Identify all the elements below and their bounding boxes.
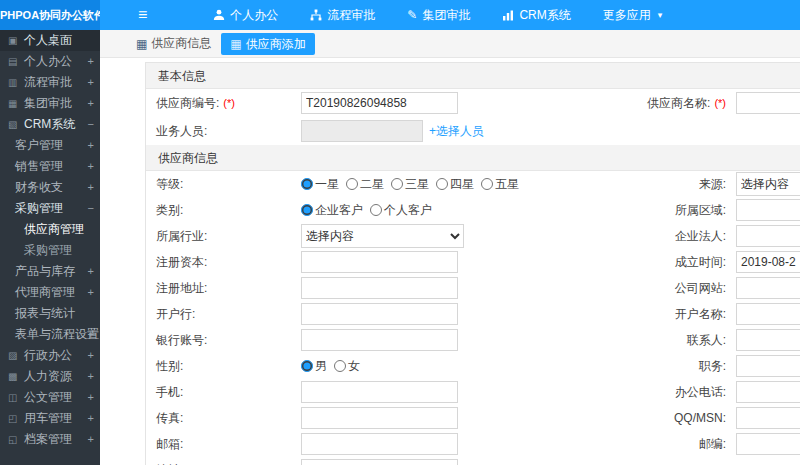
address-input[interactable] <box>301 459 458 465</box>
sidebar-item-form-flow-settings[interactable]: 表单与流程设置 + <box>0 324 100 345</box>
nav-crm-system[interactable]: CRM系统 <box>502 7 570 24</box>
expand-icon[interactable]: + <box>88 72 94 93</box>
sidebar-item-reports-stats[interactable]: 报表与统计 <box>0 303 100 324</box>
website-label: 公司网站: <box>606 280 731 297</box>
sidebar-item-label: 供应商管理 <box>24 222 84 236</box>
sidebar-item-customer-mgmt[interactable]: 客户管理 + <box>0 135 100 156</box>
person-icon <box>213 9 225 21</box>
sidebar-item-supplier-mgmt[interactable]: 供应商管理 <box>0 219 100 240</box>
qq-msn-input[interactable] <box>736 407 800 429</box>
sidebar-item-archive-mgmt[interactable]: ◱ 档案管理 + <box>0 429 100 450</box>
industry-label: 所属行业: <box>146 228 296 245</box>
expand-icon[interactable]: + <box>88 51 94 72</box>
contact-label: 联系人: <box>606 332 731 349</box>
tab-supplier-info[interactable]: ▦ 供应商信息 <box>130 30 217 58</box>
expand-icon[interactable]: + <box>88 429 94 450</box>
level-option[interactable]: 一星 <box>301 176 339 193</box>
nav-personal-office[interactable]: 个人办公 <box>213 7 278 24</box>
fax-input[interactable] <box>301 407 458 429</box>
tab-label: 供应商信息 <box>151 35 211 52</box>
sidebar-item-admin-office[interactable]: ▨ 行政办公 + <box>0 345 100 366</box>
sidebar-item-label: 用车管理 <box>24 411 72 425</box>
sidebar-item-label: 财务收支 <box>15 180 63 194</box>
established-time-input[interactable] <box>736 251 800 273</box>
website-input[interactable] <box>736 277 800 299</box>
sidebar-item-agent-mgmt[interactable]: 代理商管理 + <box>0 282 100 303</box>
category-option[interactable]: 企业客户 <box>301 202 363 219</box>
expand-icon[interactable]: + <box>88 177 94 198</box>
sidebar-item-sales-mgmt[interactable]: 销售管理 + <box>0 156 100 177</box>
sidebar-item-label: 代理商管理 <box>15 285 75 299</box>
email-input[interactable] <box>301 433 458 455</box>
sidebar-item-purchase-mgmt[interactable]: 采购管理 − <box>0 198 100 219</box>
industry-select[interactable]: 选择内容 <box>301 224 464 248</box>
sidebar-item-human-resources[interactable]: ▩ 人力资源 + <box>0 366 100 387</box>
gender-option[interactable]: 男 <box>301 358 327 375</box>
form-row: 等级: 一星 二星 三星 四星 五星 来源: 选择内容 <box>146 171 800 197</box>
nav-more-apps[interactable]: 更多应用 ▾ <box>603 7 663 24</box>
pick-person-link[interactable]: +选择人员 <box>429 123 484 140</box>
region-input[interactable] <box>736 199 800 221</box>
tab-supplier-add[interactable]: ▦ 供应商添加 <box>221 33 314 55</box>
level-option[interactable]: 二星 <box>346 176 384 193</box>
expand-icon[interactable]: + <box>88 135 94 156</box>
form-row: 所属行业: 选择内容 企业法人: <box>146 223 800 249</box>
level-option[interactable]: 五星 <box>481 176 519 193</box>
expand-icon[interactable]: + <box>88 387 94 408</box>
collapse-icon[interactable]: − <box>88 198 94 219</box>
level-option[interactable]: 三星 <box>391 176 429 193</box>
collapse-icon[interactable]: − <box>88 114 94 135</box>
category-radio-group: 企业客户 个人客户 <box>301 202 439 219</box>
nav-process-approval[interactable]: 流程审批 <box>310 7 375 24</box>
account-name-input[interactable] <box>736 303 800 325</box>
admin-icon: ▨ <box>8 345 17 366</box>
supplier-name-input[interactable] <box>736 92 800 114</box>
expand-icon[interactable]: + <box>88 366 94 387</box>
car-icon: ◰ <box>8 408 17 429</box>
sidebar-item-personal-desktop[interactable]: ▣ 个人桌面 <box>0 30 100 51</box>
person-icon: ▤ <box>8 51 17 72</box>
source-select[interactable]: 选择内容 <box>736 172 800 196</box>
expand-icon[interactable]: + <box>88 324 94 345</box>
supplier-no-input[interactable] <box>301 92 458 114</box>
expand-icon[interactable]: + <box>88 156 94 177</box>
zip-input[interactable] <box>736 433 800 455</box>
expand-icon[interactable]: + <box>88 408 94 429</box>
sidebar-item-personal-office[interactable]: ▤ 个人办公 + <box>0 51 100 72</box>
sidebar-item-process-approval[interactable]: ▥ 流程审批 + <box>0 72 100 93</box>
level-radio-group: 一星 二星 三星 四星 五星 <box>301 176 526 193</box>
sidebar-item-product-inventory[interactable]: 产品与库存 + <box>0 261 100 282</box>
form-row: 注册地址: 公司网站: <box>146 275 800 301</box>
menu-toggle-icon[interactable]: ≡ <box>138 0 147 30</box>
gender-option[interactable]: 女 <box>334 358 360 375</box>
source-label: 来源: <box>606 176 731 193</box>
expand-icon[interactable]: + <box>88 345 94 366</box>
bank-input[interactable] <box>301 303 458 325</box>
legal-person-input[interactable] <box>736 225 800 247</box>
contact-input[interactable] <box>736 329 800 351</box>
level-option[interactable]: 四星 <box>436 176 474 193</box>
sidebar-item-vehicle-mgmt[interactable]: ◰ 用车管理 + <box>0 408 100 429</box>
chevron-down-icon: ▾ <box>658 10 663 20</box>
position-input[interactable] <box>736 355 800 377</box>
sidebar-item-purchasing[interactable]: 采购管理 <box>0 240 100 261</box>
form-row: 地址: <box>146 457 800 465</box>
sidebar-item-crm-system[interactable]: ▧ CRM系统 − <box>0 114 100 135</box>
bank-account-input[interactable] <box>301 329 458 351</box>
sidebar-item-document-mgmt[interactable]: ◫ 公文管理 + <box>0 387 100 408</box>
registered-address-input[interactable] <box>301 277 458 299</box>
category-option[interactable]: 个人客户 <box>370 202 432 219</box>
sidebar-item-finance[interactable]: 财务收支 + <box>0 177 100 198</box>
expand-icon[interactable]: + <box>88 282 94 303</box>
nav-group-approval[interactable]: ✎ 集团审批 <box>407 7 470 24</box>
sidebar-item-group-approval[interactable]: ▦ 集团审批 + <box>0 93 100 114</box>
business-person-input[interactable] <box>301 120 423 142</box>
expand-icon[interactable]: + <box>88 261 94 282</box>
form-row: 类别: 企业客户 个人客户 所属区域: <box>146 197 800 223</box>
sidebar-item-label: 采购管理 <box>24 243 72 257</box>
office-phone-input[interactable] <box>736 381 800 403</box>
app-logo: PHPOA协同办公软件 <box>0 0 100 30</box>
expand-icon[interactable]: + <box>88 93 94 114</box>
registered-capital-input[interactable] <box>301 251 458 273</box>
mobile-input[interactable] <box>301 381 458 403</box>
